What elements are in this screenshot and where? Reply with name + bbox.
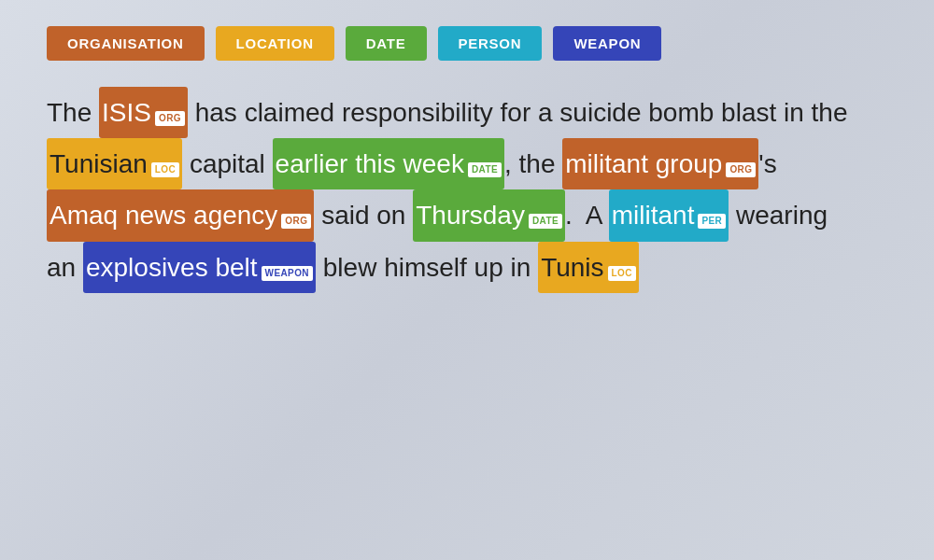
entity-amaq-label: ORG bbox=[281, 214, 311, 229]
entity-earlier-label: DATE bbox=[468, 162, 502, 177]
legend-date: DATE bbox=[346, 26, 427, 61]
entity-tunis: TunisLOC bbox=[538, 242, 639, 293]
entity-earlier: earlier this weekDATE bbox=[273, 138, 504, 189]
entity-thursday: ThursdayDATE bbox=[413, 189, 565, 241]
legend-loc: LOCATION bbox=[216, 26, 334, 61]
entity-militant-per: militantPER bbox=[609, 189, 729, 241]
text-blew: blew himself up in bbox=[323, 253, 531, 282]
entity-militant-per-text: militant bbox=[612, 190, 695, 240]
entity-isis-label: ORG bbox=[155, 111, 185, 126]
text-wearing: wearing bbox=[736, 201, 828, 230]
entity-amaq-text: Amaq news agency bbox=[50, 190, 277, 240]
text-said-on: said on bbox=[321, 201, 405, 230]
entity-explosives-label: WEAPON bbox=[262, 266, 313, 281]
entity-tunis-label: LOC bbox=[608, 266, 636, 281]
legend-weapon: WEAPON bbox=[553, 26, 661, 61]
entity-amaq: Amaq news agencyORG bbox=[47, 189, 314, 241]
entity-isis: ISISORG bbox=[99, 87, 188, 138]
entity-tunis-text: Tunis bbox=[541, 243, 603, 292]
text-the: The bbox=[47, 98, 92, 127]
legend-per: PERSON bbox=[438, 26, 543, 61]
text-capital: capital bbox=[190, 149, 265, 178]
text-s: 's bbox=[758, 149, 776, 178]
entity-explosives-belt: explosives beltWEAPON bbox=[83, 242, 316, 293]
legend-org: ORGANISATION bbox=[47, 26, 205, 61]
entity-militant-group: militant groupORG bbox=[562, 138, 758, 189]
annotated-text: The ISISORG has claimed responsibility f… bbox=[0, 77, 895, 293]
entity-isis-text: ISIS bbox=[102, 88, 151, 137]
entity-thursday-text: Thursday bbox=[416, 190, 525, 240]
entity-tunisian-text: Tunisian bbox=[50, 139, 148, 189]
entity-thursday-label: DATE bbox=[529, 214, 562, 229]
entity-earlier-text: earlier this week bbox=[276, 139, 464, 189]
entity-tunisian: TunisianLOC bbox=[47, 138, 182, 189]
entity-tunisian-label: LOC bbox=[151, 162, 179, 177]
legend-bar: ORGANISATION LOCATION DATE PERSON WEAPON bbox=[0, 0, 708, 77]
entity-militant-group-label: ORG bbox=[726, 162, 756, 177]
entity-militant-per-label: PER bbox=[698, 214, 726, 229]
entity-explosives-text: explosives belt bbox=[86, 243, 258, 292]
entity-militant-group-text: militant group bbox=[565, 139, 722, 189]
text-line1-post: has claimed responsibility for a suicide… bbox=[195, 98, 848, 127]
text-an: an bbox=[47, 253, 76, 282]
